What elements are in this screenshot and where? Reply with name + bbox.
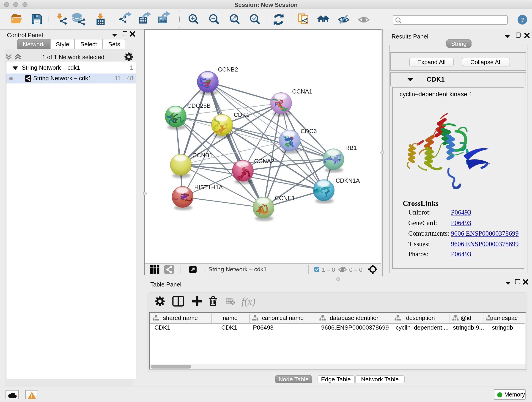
svg-text:CCNE1: CCNE1: [275, 194, 295, 201]
svg-text:CCNA1: CCNA1: [292, 88, 312, 95]
svg-text:f(x): f(x): [241, 296, 255, 307]
svg-text:CDKN1A: CDKN1A: [336, 177, 360, 184]
svg-text:HIST1H1A: HIST1H1A: [194, 184, 223, 191]
svg-text:RB1: RB1: [345, 144, 357, 151]
svg-text:CCNB2: CCNB2: [218, 66, 238, 73]
svg-text:CDC25B: CDC25B: [187, 102, 211, 109]
svg-text:CCNB1: CCNB1: [192, 152, 213, 158]
svg-text:?: ?: [521, 16, 524, 24]
svg-text:CDK1: CDK1: [234, 111, 249, 118]
svg-text:CDC6: CDC6: [301, 128, 317, 134]
svg-text:CCNA2: CCNA2: [254, 157, 274, 164]
